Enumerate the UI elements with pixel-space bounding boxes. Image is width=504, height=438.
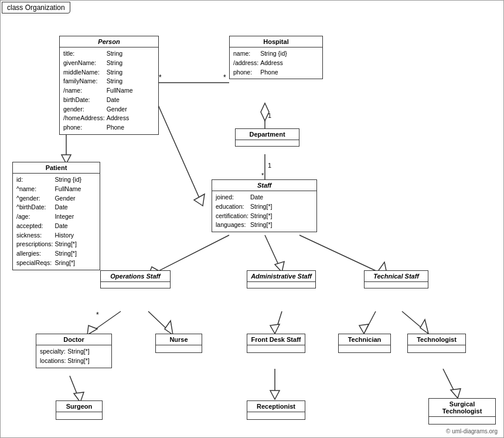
svg-line-28 (402, 311, 428, 334)
copyright: © uml-diagrams.org (446, 428, 498, 434)
svg-marker-29 (420, 320, 428, 334)
class-person-body: title:String givenName:String middleName… (60, 47, 158, 134)
svg-line-26 (364, 311, 376, 334)
class-doctor-body: specialty:String[*] locations:String[*] (36, 345, 111, 368)
diagram-container: class Organization * * 1 * 1 * (0, 0, 504, 438)
class-hospital-body: name:String {id} /address:Address phone:… (230, 47, 322, 79)
class-doctor-header: Doctor (36, 334, 111, 345)
class-technician: Technician (338, 334, 391, 353)
svg-marker-33 (270, 391, 280, 399)
svg-text:1: 1 (268, 112, 271, 119)
class-nurse-body (156, 345, 202, 352)
class-administrative-staff: Administrative Staff (247, 270, 316, 288)
svg-line-12 (155, 97, 203, 206)
class-operations-staff-header: Operations Staff (101, 271, 170, 282)
svg-text:*: * (223, 73, 226, 82)
class-doctor: Doctor specialty:String[*] locations:Str… (36, 334, 112, 368)
class-front-desk-staff-body (247, 345, 305, 352)
svg-marker-4 (261, 103, 269, 121)
class-hospital: Hospital name:String {id} /address:Addre… (229, 36, 323, 79)
class-staff-body: joined:Date education:String[*] certific… (212, 191, 316, 232)
class-technical-staff-header: Technical Staff (365, 271, 428, 282)
class-surgical-technologist-header: Surgical Technologist (429, 399, 495, 417)
svg-line-34 (443, 369, 458, 398)
class-technologist-header: Technologist (408, 334, 465, 345)
svg-marker-35 (451, 389, 461, 398)
class-front-desk-staff: Front Desk Staff (247, 334, 305, 353)
svg-text:*: * (261, 172, 264, 179)
class-patient-header: Patient (13, 162, 100, 174)
svg-marker-23 (165, 321, 173, 335)
svg-line-20 (87, 311, 121, 335)
class-department-body (236, 140, 299, 146)
class-staff: Staff joined:Date education:String[*] ce… (212, 179, 317, 232)
class-hospital-header: Hospital (230, 36, 322, 47)
class-surgeon: Surgeon (56, 400, 103, 420)
svg-line-30 (70, 376, 80, 402)
svg-marker-25 (270, 324, 280, 334)
class-nurse: Nurse (155, 334, 202, 353)
svg-marker-13 (194, 194, 205, 206)
class-staff-header: Staff (212, 180, 316, 191)
svg-line-16 (265, 235, 282, 272)
class-person-header: Person (60, 36, 158, 47)
class-operations-staff: Operations Staff (100, 270, 171, 288)
class-technologist: Technologist (407, 334, 466, 353)
class-department-header: Department (236, 129, 299, 140)
class-receptionist: Receptionist (247, 400, 305, 420)
class-surgeon-header: Surgeon (56, 401, 102, 412)
svg-line-24 (275, 311, 282, 334)
class-technical-staff: Technical Staff (364, 270, 428, 288)
class-front-desk-staff-header: Front Desk Staff (247, 334, 305, 345)
svg-text:1: 1 (268, 162, 271, 169)
svg-text:*: * (96, 311, 99, 319)
class-technician-header: Technician (339, 334, 390, 345)
svg-marker-27 (359, 324, 369, 334)
class-surgical-technologist: Surgical Technologist (428, 398, 496, 425)
class-receptionist-body (247, 412, 305, 419)
class-administrative-staff-body (247, 282, 315, 288)
class-administrative-staff-header: Administrative Staff (247, 271, 315, 282)
class-person: Person title:String givenName:String mid… (59, 36, 159, 135)
title-text: class Organization (7, 4, 65, 12)
svg-text:*: * (159, 73, 162, 82)
diagram-title: class Organization (2, 2, 70, 13)
class-patient: Patient id:String {id} ^name:FullName ^g… (12, 162, 100, 270)
class-department: Department (235, 128, 299, 147)
svg-line-22 (148, 311, 173, 335)
class-patient-body: id:String {id} ^name:FullName ^gender:Ge… (13, 174, 100, 270)
class-technologist-body (408, 345, 465, 352)
class-surgical-technologist-body (429, 417, 495, 424)
class-technical-staff-body (365, 282, 428, 288)
class-surgeon-body (56, 412, 102, 419)
class-receptionist-header: Receptionist (247, 401, 305, 412)
class-nurse-header: Nurse (156, 334, 202, 345)
class-operations-staff-body (101, 282, 170, 288)
class-technician-body (339, 345, 390, 352)
